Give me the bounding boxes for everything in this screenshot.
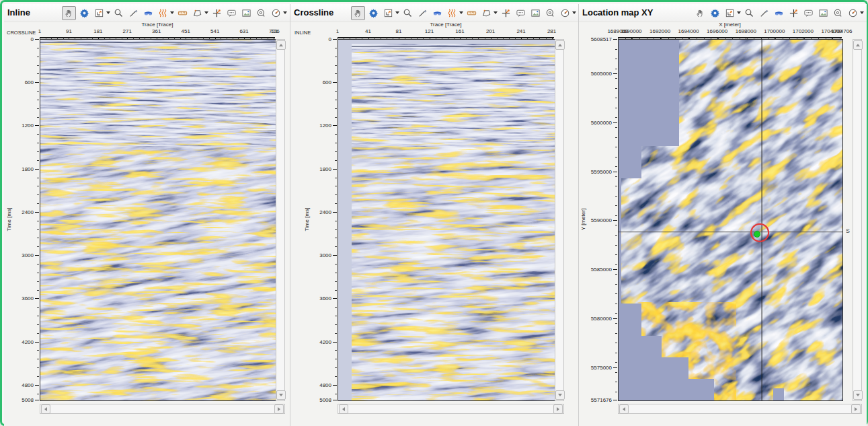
x-tick-label: 281	[547, 28, 556, 34]
y-major-tick	[613, 220, 617, 221]
settings-icon[interactable]	[709, 7, 721, 20]
y-major-tick	[35, 400, 39, 400]
horizontal-scrollbar[interactable]	[40, 404, 285, 414]
y-tick-label: 5571676	[591, 397, 612, 403]
snapshot-icon[interactable]	[529, 7, 542, 20]
annotation-icon[interactable]	[802, 7, 815, 20]
y-minor-tick	[37, 117, 39, 118]
vertical-scrollbar[interactable]	[853, 39, 862, 401]
zoom-level-icon[interactable]	[544, 7, 557, 20]
dropdown-arrow-icon[interactable]	[106, 11, 110, 14]
y-minor-tick	[335, 134, 337, 135]
y-minor-tick	[335, 91, 337, 92]
scroll-down-button[interactable]	[853, 390, 863, 400]
positioning-crosshair-icon[interactable]	[787, 7, 800, 20]
orientation-compass-icon[interactable]	[846, 7, 859, 20]
measure-icon[interactable]	[465, 7, 478, 20]
display-arrangement-tool	[382, 7, 399, 20]
measure-icon[interactable]	[176, 7, 189, 20]
y-minor-tick	[37, 221, 39, 221]
annotation-icon[interactable]	[225, 7, 238, 20]
y-major-tick	[35, 212, 39, 213]
scroll-left-button[interactable]	[339, 404, 348, 414]
vertical-scrollbar[interactable]	[276, 39, 285, 401]
y-minor-tick	[335, 376, 337, 377]
zoom-icon[interactable]	[401, 7, 414, 20]
scroll-up-button[interactable]	[853, 40, 863, 50]
pick-icon[interactable]	[758, 7, 771, 20]
dropdown-arrow-icon[interactable]	[170, 11, 174, 14]
snapshot-tool	[240, 7, 253, 20]
y-minor-tick	[37, 48, 39, 48]
zoom-icon[interactable]	[743, 7, 756, 20]
polygon-select-icon[interactable]	[480, 7, 493, 20]
pick-icon[interactable]	[127, 7, 140, 20]
scroll-down-button[interactable]	[555, 390, 565, 400]
crossline-seismic-view[interactable]	[338, 39, 555, 401]
arrow-right-icon	[855, 407, 857, 411]
dropdown-arrow-icon[interactable]	[572, 11, 576, 14]
annotation-icon[interactable]	[514, 7, 527, 20]
zoom-level-icon[interactable]	[255, 7, 268, 20]
dropdown-arrow-icon[interactable]	[204, 11, 208, 14]
positioning-crosshair-icon[interactable]	[500, 7, 512, 20]
y-minor-tick	[335, 350, 337, 351]
stereo-view-icon[interactable]	[142, 7, 155, 20]
polygon-select-icon[interactable]	[191, 7, 204, 20]
zoom-tool	[401, 7, 414, 20]
y-major-tick	[613, 122, 617, 123]
scroll-down-button[interactable]	[276, 390, 286, 400]
stereo-view-tool	[431, 7, 444, 20]
snapshot-icon[interactable]	[240, 7, 253, 20]
scroll-right-button[interactable]	[851, 404, 861, 414]
settings-icon[interactable]	[78, 7, 91, 20]
dropdown-arrow-icon[interactable]	[395, 11, 399, 14]
pan-icon[interactable]	[351, 6, 365, 20]
inline-seismic-view[interactable]	[40, 39, 276, 401]
scroll-left-button[interactable]	[619, 404, 629, 414]
orientation-compass-icon[interactable]	[270, 7, 282, 20]
scroll-right-button[interactable]	[553, 404, 563, 414]
zoom-level-icon[interactable]	[832, 7, 844, 20]
y-tick-label: 4800	[319, 382, 331, 388]
zoom-icon[interactable]	[112, 7, 125, 20]
y-minor-tick	[615, 196, 617, 197]
dropdown-arrow-icon[interactable]	[494, 11, 498, 14]
display-arrangement-icon[interactable]	[93, 7, 106, 20]
pan-icon[interactable]	[62, 6, 76, 20]
y-minor-tick	[335, 57, 337, 57]
dropdown-arrow-icon[interactable]	[737, 11, 741, 14]
panel-title: Crossline	[294, 7, 333, 17]
scroll-right-button[interactable]	[274, 404, 284, 414]
dropdown-arrow-icon[interactable]	[860, 11, 864, 14]
y-minor-tick	[37, 281, 39, 282]
scroll-up-button[interactable]	[555, 40, 565, 50]
scroll-left-button[interactable]	[41, 404, 50, 414]
settings-tool	[78, 7, 91, 20]
wiggle-display-icon[interactable]	[446, 7, 459, 20]
x-tick-label: 1700000	[764, 28, 785, 34]
wiggle-display-icon[interactable]	[157, 7, 169, 20]
pick-icon[interactable]	[416, 7, 429, 20]
scroll-up-button[interactable]	[276, 40, 286, 50]
stereo-view-icon[interactable]	[773, 7, 785, 20]
y-major-tick	[613, 318, 617, 319]
panel-crossline-titlebar: Crossline	[290, 4, 579, 22]
arrow-right-icon	[278, 407, 280, 411]
settings-icon[interactable]	[367, 7, 380, 20]
y-minor-tick	[335, 160, 337, 161]
display-arrangement-icon[interactable]	[723, 7, 736, 20]
dropdown-arrow-icon[interactable]	[283, 11, 287, 14]
horizontal-scrollbar[interactable]	[338, 404, 564, 414]
y-tick-label: 4200	[22, 339, 34, 345]
horizontal-scrollbar[interactable]	[618, 404, 862, 414]
pan-icon[interactable]	[694, 7, 707, 20]
stereo-view-icon[interactable]	[431, 7, 444, 20]
dropdown-arrow-icon[interactable]	[459, 11, 463, 14]
snapshot-icon[interactable]	[817, 7, 830, 20]
orientation-compass-icon[interactable]	[559, 7, 571, 20]
positioning-crosshair-icon[interactable]	[210, 7, 223, 20]
vertical-scrollbar[interactable]	[555, 39, 564, 401]
display-arrangement-icon[interactable]	[382, 7, 395, 20]
location-map-view[interactable]	[618, 39, 843, 401]
